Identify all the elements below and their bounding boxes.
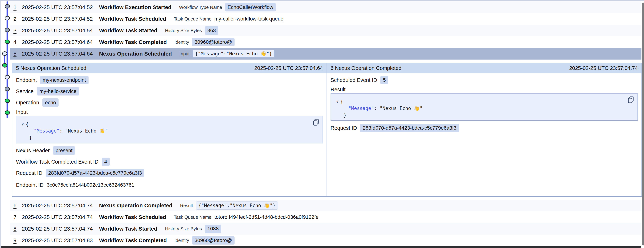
event-id-link[interactable]: 3 [14,27,22,33]
operation-badge: echo [42,98,58,107]
event-name: Workflow Execution Started [99,4,172,10]
event-row-4[interactable]: 4 2025-02-25 UTC 23:57:04.64 Workflow Ta… [10,36,642,48]
event-name: Workflow Task Scheduled [99,16,166,22]
wft-completed-event-id-badge: 4 [102,158,110,166]
event-timestamp: 2025-02-25 UTC 23:57:04.52 [22,16,99,22]
event-timestamp: 2025-02-25 UTC 23:57:04.54 [22,27,99,33]
json-value: "Nexus Echo 👋" [380,106,422,111]
event-detail-value-badge: EchoCallerWorkflow [225,3,276,11]
scheduled-event-id-badge: 5 [380,76,388,84]
field-endpoint-id: Endpoint ID 3c0c75ccfa8144b092c13ce63246… [16,179,323,191]
event-detail-label: Result [180,203,193,208]
input-label: Input [16,108,323,116]
field-request-id: Request ID 283fd070-d57a-4423-bdca-c5c77… [330,122,638,134]
field-request-id: Request ID 283fd070-d57a-4423-bdca-c5c77… [16,167,323,179]
event-payload-badge: {"Message":"Nexus Echo 👋"} [192,50,275,58]
endpoint-id-link[interactable]: 3c0c75ccfa8144b092c13ce632463761 [47,182,134,188]
task-queue-link[interactable]: totoro:f494fecf-2d51-4d48-bdcd-036a0f912… [214,214,318,220]
event-id-link[interactable]: 1 [14,4,22,10]
event-dot-8[interactable] [5,87,10,91]
event-row-5-selected[interactable]: 5 2025-02-25 UTC 23:57:04.64 Nexus Opera… [10,48,642,59]
event-dot-7[interactable] [5,75,10,79]
field-service: Service my-hello-service [16,86,323,97]
event-row-9[interactable]: 9 2025-02-25 UTC 23:57:04.83 Workflow Ta… [10,235,642,246]
event-row-8[interactable]: 8 2025-02-25 UTC 23:57:04.74 Workflow Ta… [10,223,642,235]
event-graph [0,0,10,248]
detail-panel-header: 5 Nexus Operation Scheduled 2025-02-25 U… [12,63,326,73]
json-value: "Nexus Echo 👋" [65,128,108,134]
event-id-link[interactable]: 5 [14,51,22,57]
event-id-link[interactable]: 8 [14,226,22,232]
event-dot-4[interactable] [5,39,10,44]
task-queue-link[interactable]: my-caller-workflow-task-queue [214,16,284,22]
event-timestamp: 2025-02-25 UTC 23:57:04.83 [22,237,99,244]
event-detail-value-badge: 363 [205,26,218,35]
json-key: "Message" [348,106,374,111]
input-json-viewer: ∨{ "Message": "Nexus Echo 👋" } [16,116,323,143]
event-detail-label: Identity [174,39,189,45]
event-id-link[interactable]: 4 [14,39,22,45]
event-name: Nexus Operation Scheduled [99,51,172,57]
event-row-1[interactable]: 1 2025-02-25 UTC 23:57:04.52 Workflow Ex… [10,1,642,13]
collapse-chevron-icon[interactable]: ∨ [20,121,26,128]
event-dot-1[interactable] [5,4,10,8]
event-name: Workflow Task Completed [99,39,167,45]
field-operation: Operation echo [16,97,323,108]
event-row-7[interactable]: 7 2025-02-25 UTC 23:57:04.74 Workflow Ta… [10,211,642,223]
event-row-2[interactable]: 2 2025-02-25 UTC 23:57:04.52 Workflow Ta… [10,13,642,25]
event-dot-2[interactable] [5,16,10,20]
event-dot-3[interactable] [5,28,10,32]
field-nexus-header: Nexus Header present [16,145,323,156]
event-detail-value-badge: 30960@totoro@ [192,38,234,46]
detail-panel-title: 6 Nexus Operation Completed [330,65,402,71]
event-detail-label: Workflow Type Name [179,5,222,10]
event-dot-9[interactable] [5,99,10,103]
event-payload-badge: {"Message":"Nexus Echo 👋"} [196,202,278,210]
event-id-link[interactable]: 2 [14,16,22,22]
vertical-scrollbar-thumb[interactable] [642,2,644,246]
detail-panel-timestamp: 2025-02-25 UTC 23:57:04.64 [254,65,323,71]
event-name: Nexus Operation Completed [99,203,172,209]
service-badge: my-hello-service [37,87,79,95]
event-detail-value-badge: 1088 [205,225,221,233]
event-detail-label: History Size Bytes [165,28,202,33]
card-top-border [0,0,644,0]
field-wft-completed-event-id: Workflow Task Completed Event ID 4 [16,156,323,167]
json-key: "Message" [34,128,60,134]
event-timestamp: 2025-02-25 UTC 23:57:04.64 [22,39,99,45]
event-timestamp: 2025-02-25 UTC 23:57:04.74 [22,214,99,220]
request-id-badge: 283fd070-d57a-4423-bdca-c5c779e6a3f3 [46,169,144,177]
result-label: Result [330,86,638,93]
copy-icon[interactable] [312,118,320,126]
event-detail-value-badge: 30960@totoro@ [192,236,234,245]
event-id-link[interactable]: 6 [14,203,22,209]
event-detail-label: Task Queue Name [174,16,212,22]
event-timestamp: 2025-02-25 UTC 23:57:04.74 [22,226,99,232]
nexus-header-badge: present [53,146,75,155]
event-name: Workflow Task Started [99,226,158,232]
request-id-badge: 283fd070-d57a-4423-bdca-c5c779e6a3f3 [360,124,459,132]
collapse-chevron-icon[interactable]: ∨ [334,98,340,105]
result-json-viewer: ∨{ "Message": "Nexus Echo 👋" } [330,93,638,121]
event-name: Workflow Task Started [99,27,158,33]
event-id-link[interactable]: 7 [14,214,22,220]
event-row-6[interactable]: 6 2025-02-25 UTC 23:57:04.74 Nexus Opera… [10,200,642,211]
event-detail-label: Identity [174,238,189,243]
event-dot-10[interactable] [5,110,10,115]
detail-panel-nexus-scheduled: 5 Nexus Operation Scheduled 2025-02-25 U… [12,63,327,196]
endpoint-badge: my-nexus-endpoint [40,76,88,84]
event-detail-label: History Size Bytes [165,226,202,232]
event-name: Workflow Task Completed [99,237,167,244]
event-timestamp: 2025-02-25 UTC 23:57:04.52 [22,4,99,10]
event-timestamp: 2025-02-25 UTC 23:57:04.64 [22,51,99,57]
event-timestamp: 2025-02-25 UTC 23:57:04.74 [22,203,99,209]
event-id-link[interactable]: 9 [14,237,22,244]
detail-panel-header: 6 Nexus Operation Completed 2025-02-25 U… [327,63,642,73]
copy-icon[interactable] [627,96,634,104]
detail-panel-timestamp: 2025-02-25 UTC 23:57:04.74 [569,65,638,71]
field-endpoint: Endpoint my-nexus-endpoint [16,74,323,86]
event-dot-5[interactable] [2,51,7,56]
event-row-3[interactable]: 3 2025-02-25 UTC 23:57:04.54 Workflow Ta… [10,25,642,36]
horizontal-scrollbar-thumb[interactable] [1,246,641,248]
event-dot-6[interactable] [2,63,7,67]
